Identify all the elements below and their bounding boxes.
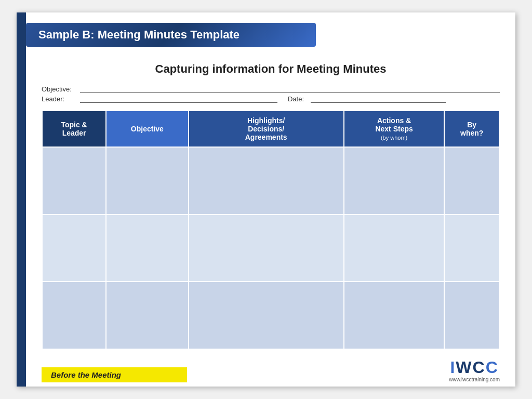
- table-header-row: Topic &Leader Objective Highlights/Decis…: [42, 111, 499, 147]
- leader-line: [80, 96, 277, 103]
- th-topic-text: Topic &Leader: [61, 121, 87, 137]
- table-row: [42, 147, 499, 215]
- row1-highlights: [189, 147, 344, 215]
- main-content: Capturing information for Meeting Minute…: [26, 52, 515, 355]
- iwcc-logo: IWCC www.iwcctraining.com: [449, 359, 500, 382]
- row3-objective: [106, 282, 188, 349]
- th-bywhen: Bywhen?: [444, 111, 499, 147]
- th-highlights: Highlights/Decisions/Agreements: [189, 111, 344, 147]
- minutes-table: Topic &Leader Objective Highlights/Decis…: [42, 110, 500, 350]
- row2-bywhen: [444, 215, 499, 282]
- row1-objective: [106, 147, 188, 215]
- row1-actions: [344, 147, 445, 215]
- footer-yellow-text: Before the Meeting: [51, 370, 121, 379]
- objective-row: Objective:: [42, 85, 500, 93]
- row3-topic: [42, 282, 106, 349]
- table-row: [42, 282, 499, 349]
- table-row: [42, 215, 499, 282]
- th-bywhen-text: Bywhen?: [460, 121, 483, 137]
- row3-highlights: [189, 282, 344, 349]
- th-actions: Actions &Next Steps(by whom): [344, 111, 445, 147]
- row2-topic: [42, 215, 106, 282]
- row3-bywhen: [444, 282, 499, 349]
- row2-objective: [106, 215, 188, 282]
- footer-area: Before the Meeting IWCC www.iwcctraining…: [26, 355, 515, 387]
- th-highlights-text: Highlights/Decisions/Agreements: [245, 116, 287, 141]
- th-topic: Topic &Leader: [42, 111, 106, 147]
- header-banner: Sample B: Meeting Minutes Template: [26, 23, 316, 47]
- objective-line: [80, 86, 500, 93]
- iwcc-logo-text: IWCC: [450, 359, 498, 376]
- th-objective: Objective: [106, 111, 188, 147]
- objective-label: Objective:: [42, 85, 78, 93]
- page-subtitle: Capturing information for Meeting Minute…: [42, 62, 500, 76]
- form-fields: Objective: Leader: Date:: [42, 85, 500, 103]
- row2-actions: [344, 215, 445, 282]
- leader-label: Leader:: [42, 95, 78, 103]
- row1-bywhen: [444, 147, 499, 215]
- date-label: Date:: [288, 95, 309, 103]
- footer-yellow-bar: Before the Meeting: [42, 367, 187, 382]
- row2-highlights: [189, 215, 344, 282]
- th-actions-text: Actions &Next Steps(by whom): [375, 116, 413, 141]
- th-objective-text: Objective: [131, 125, 164, 133]
- slide-title: Sample B: Meeting Minutes Template: [38, 28, 240, 41]
- slide: Sample B: Meeting Minutes Template Captu…: [17, 12, 515, 387]
- iwcc-website: www.iwcctraining.com: [449, 377, 500, 382]
- leader-date-row: Leader: Date:: [42, 95, 500, 103]
- date-line: [311, 96, 446, 103]
- row1-topic: [42, 147, 106, 215]
- row3-actions: [344, 282, 445, 349]
